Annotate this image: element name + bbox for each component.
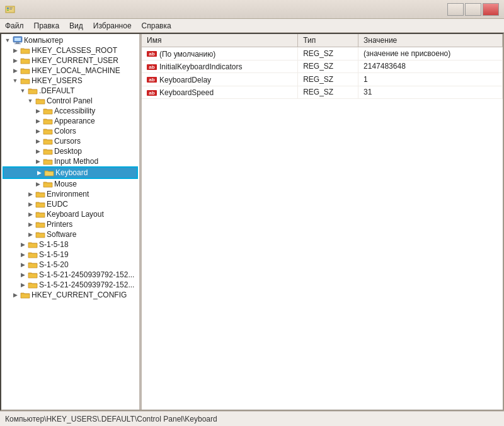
registry-table: Имя Тип Значение ab(По умолчанию)REG_SZ(… bbox=[142, 34, 503, 99]
reg-value-cell: 1 bbox=[358, 73, 503, 86]
tree-item-hkcr[interactable]: ▶ HKEY_CLASSES_ROOT bbox=[3, 45, 138, 55]
col-name: Имя bbox=[142, 34, 298, 47]
svg-rect-2 bbox=[9, 8, 13, 8]
svg-rect-1 bbox=[7, 8, 9, 9]
tree-item-colors[interactable]: ▶ Colors bbox=[3, 126, 138, 136]
tree-item-hkcu[interactable]: ▶ HKEY_CURRENT_USER bbox=[3, 55, 138, 66]
tree-item-s-1-5-21-a[interactable]: ▶ S-1-5-21-2450939792-152... bbox=[3, 270, 138, 280]
menu-view[interactable]: Вид bbox=[64, 19, 88, 32]
menu-file[interactable]: Файл bbox=[0, 19, 29, 32]
tree-item-hkcc[interactable]: ▶ HKEY_CURRENT_CONFIG bbox=[3, 290, 138, 300]
tree-item-label: HKEY_CLASSES_ROOT bbox=[32, 46, 117, 55]
expand-icon: ▶ bbox=[11, 67, 19, 74]
reg-value-cell: 31 bbox=[358, 86, 503, 99]
reg-name-cell: abInitialKeyboardIndicators bbox=[142, 60, 298, 73]
tree-item-default[interactable]: ▼ .DEFAULT bbox=[3, 86, 138, 96]
svg-rect-3 bbox=[9, 9, 12, 9]
tree-item-keyboardlayout[interactable]: ▶ Keyboard Layout bbox=[3, 209, 138, 219]
tree-item-label: S-1-5-21-2450939792-152... bbox=[39, 270, 134, 279]
reg-name-cell: ab(По умолчанию) bbox=[142, 47, 298, 60]
expand-icon: ▶ bbox=[19, 261, 26, 268]
tree-item-cursors[interactable]: ▶ Cursors bbox=[3, 136, 138, 146]
reg-type-cell: REG_SZ bbox=[298, 60, 358, 73]
svg-rect-4 bbox=[7, 9, 9, 11]
tree-item-keyboard[interactable]: ▶ Keyboard bbox=[3, 166, 138, 179]
tree-item-label: Accessibility bbox=[54, 106, 95, 115]
table-row[interactable]: abKeyboardSpeedREG_SZ31 bbox=[142, 86, 503, 99]
tree-item-eudc[interactable]: ▶ EUDC bbox=[3, 199, 138, 209]
expand-icon: ▼ bbox=[11, 77, 19, 84]
tree-item-label: S-1-5-20 bbox=[39, 260, 69, 269]
maximize-button[interactable] bbox=[465, 3, 481, 16]
tree-item-computer[interactable]: ▼ Компьютер bbox=[3, 35, 138, 45]
tree-item-environment[interactable]: ▶ Environment bbox=[3, 189, 138, 199]
tree-item-mouse[interactable]: ▶ Mouse bbox=[3, 179, 138, 189]
reg-type-icon: abKeyboardSpeed bbox=[147, 88, 214, 97]
tree-item-label: Mouse bbox=[54, 180, 77, 188]
expand-icon: ▶ bbox=[19, 281, 26, 289]
expand-icon: ▼ bbox=[26, 97, 34, 105]
expand-icon: ▶ bbox=[34, 117, 42, 125]
tree-item-s-1-5-18[interactable]: ▶ S-1-5-18 bbox=[3, 239, 138, 250]
tree-item-desktop[interactable]: ▶ Desktop bbox=[3, 146, 138, 156]
tree-item-label: Appearance bbox=[54, 117, 95, 125]
tree-item-label: Keyboard Layout bbox=[47, 210, 104, 219]
tree-item-hklm[interactable]: ▶ HKEY_LOCAL_MACHINE bbox=[3, 66, 138, 76]
tree-item-label: Environment bbox=[47, 190, 89, 199]
expand-icon: ▶ bbox=[11, 291, 19, 299]
tree-item-s-1-5-21-b[interactable]: ▶ S-1-5-21-2450939792-152... bbox=[3, 280, 138, 290]
svg-rect-8 bbox=[14, 43, 21, 44]
svg-rect-6 bbox=[14, 38, 21, 41]
tree-item-software[interactable]: ▶ Software bbox=[3, 229, 138, 239]
tree-item-s-1-5-19[interactable]: ▶ S-1-5-19 bbox=[3, 250, 138, 260]
reg-value-cell: 2147483648 bbox=[358, 60, 503, 73]
tree-item-printers[interactable]: ▶ Printers bbox=[3, 219, 138, 229]
expand-icon: ▶ bbox=[11, 57, 19, 64]
svg-rect-7 bbox=[16, 42, 20, 43]
close-button[interactable] bbox=[483, 3, 499, 16]
col-type: Тип bbox=[298, 34, 358, 47]
tree-item-label: HKEY_CURRENT_CONFIG bbox=[32, 291, 127, 299]
expand-icon: ▶ bbox=[26, 221, 34, 228]
menu-favorites[interactable]: Избранное bbox=[88, 19, 137, 32]
col-value: Значение bbox=[358, 34, 503, 47]
expand-icon: ▶ bbox=[34, 127, 42, 135]
tree-item-label: HKEY_USERS bbox=[32, 76, 83, 85]
reg-type-icon: abInitialKeyboardIndicators bbox=[147, 62, 242, 71]
detail-panel: Имя Тип Значение ab(По умолчанию)REG_SZ(… bbox=[142, 34, 503, 410]
expand-icon: ▶ bbox=[35, 169, 43, 176]
status-bar: Компьютер\HKEY_USERS\.DEFAULT\Control Pa… bbox=[0, 411, 504, 426]
reg-type-icon: abKeyboardDelay bbox=[147, 76, 211, 84]
expand-icon: ▶ bbox=[19, 251, 26, 258]
tree-item-label: Colors bbox=[54, 127, 76, 135]
tree-item-label: Software bbox=[47, 230, 76, 239]
tree-item-s-1-5-20[interactable]: ▶ S-1-5-20 bbox=[3, 260, 138, 270]
tree-item-label: Desktop bbox=[54, 147, 82, 156]
reg-type-cell: REG_SZ bbox=[298, 73, 358, 86]
expand-icon: ▶ bbox=[34, 158, 42, 165]
tree-item-label: Control Panel bbox=[47, 96, 93, 105]
expand-icon: ▶ bbox=[26, 210, 34, 218]
expand-icon: ▼ bbox=[4, 37, 11, 44]
reg-name-cell: abKeyboardSpeed bbox=[142, 86, 298, 99]
expand-icon: ▼ bbox=[19, 87, 26, 95]
expand-icon: ▶ bbox=[26, 190, 34, 198]
menu-help[interactable]: Справка bbox=[137, 19, 176, 32]
tree-item-controlpanel[interactable]: ▼ Control Panel bbox=[3, 96, 138, 106]
minimize-button[interactable] bbox=[447, 3, 464, 16]
expand-icon: ▶ bbox=[19, 241, 26, 248]
table-row[interactable]: abInitialKeyboardIndicatorsREG_SZ2147483… bbox=[142, 60, 503, 73]
tree-item-inputmethod[interactable]: ▶ Input Method bbox=[3, 156, 138, 166]
expand-icon: ▶ bbox=[19, 271, 26, 279]
menu-edit[interactable]: Правка bbox=[29, 19, 65, 32]
table-row[interactable]: ab(По умолчанию)REG_SZ(значение не присв… bbox=[142, 47, 503, 60]
expand-icon: ▶ bbox=[34, 147, 42, 155]
table-row[interactable]: abKeyboardDelayREG_SZ1 bbox=[142, 73, 503, 86]
tree-item-hku[interactable]: ▼ HKEY_USERS bbox=[3, 76, 138, 86]
expand-icon: ▶ bbox=[26, 200, 34, 208]
tree-item-accessibility[interactable]: ▶ Accessibility bbox=[3, 106, 138, 116]
tree-item-label: EUDC bbox=[47, 200, 68, 209]
title-bar-controls bbox=[447, 3, 499, 16]
tree-item-appearance[interactable]: ▶ Appearance bbox=[3, 116, 138, 126]
tree-item-label: Keyboard bbox=[55, 168, 88, 177]
